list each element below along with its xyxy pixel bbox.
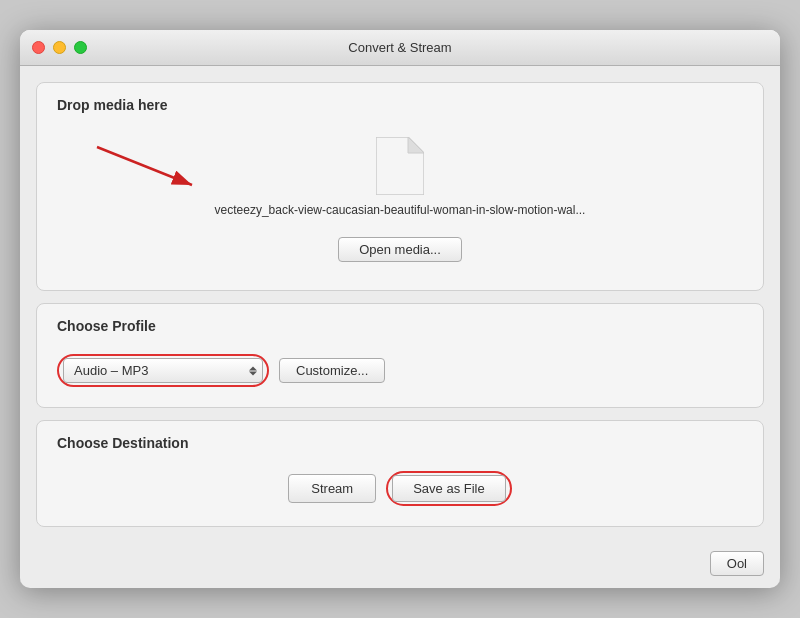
- filename: vecteezy_back-view-caucasian-beautiful-w…: [215, 203, 586, 217]
- titlebar: Convert & Stream: [20, 30, 780, 66]
- choose-destination-section: Choose Destination Stream Save as File: [36, 420, 764, 527]
- main-window: Convert & Stream Drop media here: [20, 30, 780, 588]
- file-icon: [376, 137, 424, 195]
- window-title: Convert & Stream: [348, 40, 451, 55]
- traffic-lights: [32, 41, 87, 54]
- destination-content: Stream Save as File: [57, 465, 743, 512]
- close-button[interactable]: [32, 41, 45, 54]
- window-content: Drop media here: [20, 66, 780, 543]
- maximize-button[interactable]: [74, 41, 87, 54]
- profile-select[interactable]: Audio – MP3 Video – H.264 + MP3 (MP4) Vi…: [63, 358, 263, 383]
- choose-destination-title: Choose Destination: [57, 435, 743, 451]
- open-media-button[interactable]: Open media...: [338, 237, 462, 262]
- drop-media-content: vecteezy_back-view-caucasian-beautiful-w…: [57, 127, 743, 276]
- save-as-file-button[interactable]: Save as File: [392, 475, 506, 502]
- customize-button[interactable]: Customize...: [279, 358, 385, 383]
- ool-button[interactable]: Ool: [710, 551, 764, 576]
- save-file-btn-wrapper: Save as File: [386, 471, 512, 506]
- profile-content: Audio – MP3 Video – H.264 + MP3 (MP4) Vi…: [57, 348, 743, 393]
- profile-select-circle: Audio – MP3 Video – H.264 + MP3 (MP4) Vi…: [57, 354, 269, 387]
- drop-media-title: Drop media here: [57, 97, 743, 113]
- svg-line-1: [97, 147, 192, 185]
- bottom-bar: Ool: [20, 543, 780, 588]
- stream-button[interactable]: Stream: [288, 474, 376, 503]
- file-icon-wrapper: vecteezy_back-view-caucasian-beautiful-w…: [215, 137, 586, 262]
- choose-profile-section: Choose Profile Audio – MP3 Video – H.264…: [36, 303, 764, 408]
- choose-profile-title: Choose Profile: [57, 318, 743, 334]
- minimize-button[interactable]: [53, 41, 66, 54]
- arrow-indicator: [87, 137, 207, 201]
- drop-media-section: Drop media here: [36, 82, 764, 291]
- profile-select-wrapper: Audio – MP3 Video – H.264 + MP3 (MP4) Vi…: [63, 358, 263, 383]
- svg-marker-3: [408, 137, 424, 153]
